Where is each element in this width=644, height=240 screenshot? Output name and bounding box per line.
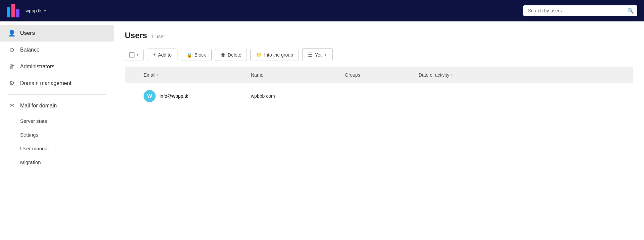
sidebar-item-migration-label: Migration <box>20 159 41 165</box>
sidebar-item-domain-management-label: Domain management <box>20 80 71 86</box>
toolbar: ▼ + Add to 🔒 Block 🗑 Delete 📁 Into the g… <box>125 48 633 61</box>
sidebar-item-balance[interactable]: ⊙ Balance <box>0 42 114 58</box>
trash-icon: 🗑 <box>221 52 225 58</box>
mail-icon: ✉ <box>8 102 15 109</box>
yet-label: Yet <box>315 52 322 58</box>
svg-rect-2 <box>16 9 19 17</box>
row-name-cell: wpbbb com <box>246 92 339 100</box>
sidebar-item-user-manual-label: User manual <box>20 146 49 151</box>
chevron-down-icon: ▼ <box>136 53 139 57</box>
row-name: wpbbb com <box>251 93 275 99</box>
main-layout: 👤 Users ⊙ Balance ♛ Administrators ⚙ Dom… <box>0 21 644 240</box>
lock-icon: 🔒 <box>186 52 192 58</box>
into-group-label: Into the group <box>264 52 293 58</box>
svg-rect-0 <box>7 7 10 17</box>
block-button[interactable]: 🔒 Block <box>181 49 212 61</box>
sidebar-item-users[interactable]: 👤 Users <box>0 25 114 42</box>
name-column-label: Name <box>251 72 263 78</box>
domain-selector[interactable]: wppp.tk ▼ <box>25 8 47 13</box>
email-column-label: Email <box>144 72 155 78</box>
logo-area <box>7 4 22 17</box>
svg-rect-1 <box>11 4 15 17</box>
groups-column-label: Groups <box>345 72 360 78</box>
search-icon-button[interactable]: 🔍 <box>627 8 634 14</box>
table-header-checkbox <box>125 71 138 79</box>
users-icon: 👤 <box>8 29 15 37</box>
date-column-label: Date of activity <box>419 72 449 78</box>
row-date-cell <box>413 95 633 97</box>
sidebar-item-settings[interactable]: Settings <box>0 128 114 142</box>
header: wppp.tk ▼ 🔍 <box>0 0 644 21</box>
user-count: 1 user <box>151 33 165 39</box>
avatar-letter: W <box>147 93 152 99</box>
page-title: Users <box>125 31 147 40</box>
balance-icon: ⊙ <box>8 46 15 54</box>
sidebar-item-users-label: Users <box>20 30 35 36</box>
delete-label: Delete <box>228 52 241 58</box>
chevron-down-icon: ▼ <box>43 9 47 13</box>
search-container: 🔍 <box>523 5 637 16</box>
sidebar-item-administrators[interactable]: ♛ Administrators <box>0 58 114 75</box>
row-checkbox-cell <box>125 95 138 97</box>
plus-icon: + <box>153 52 156 58</box>
domain-management-icon: ⚙ <box>8 80 15 87</box>
menu-icon: ☰ <box>308 52 313 58</box>
table-header-groups: Groups <box>339 71 413 79</box>
table-header-date-of-activity[interactable]: Date of activity ↕ <box>413 71 633 79</box>
sidebar-divider <box>8 94 106 95</box>
sidebar-item-administrators-label: Administrators <box>20 64 54 70</box>
sidebar-item-mail-for-domain[interactable]: ✉ Mail for domain <box>0 97 114 114</box>
add-to-button[interactable]: + Add to <box>147 49 177 61</box>
row-email: info@wppp.tk <box>160 93 188 99</box>
table-row: W info@wppp.tk wpbbb com <box>125 83 633 109</box>
content-area: Users 1 user ▼ + Add to 🔒 Block 🗑 Delete <box>114 21 644 240</box>
sidebar-item-balance-label: Balance <box>20 47 40 53</box>
sidebar-item-migration[interactable]: Migration <box>0 155 114 169</box>
table-header: Email ↕ Name Groups Date of activity ↕ <box>125 67 633 83</box>
sidebar-item-server-state-label: Server state <box>20 118 47 124</box>
select-all-button[interactable]: ▼ <box>125 49 144 61</box>
table-header-name: Name <box>246 71 339 79</box>
email-sort-icon: ↕ <box>157 73 158 77</box>
sidebar-item-mail-label: Mail for domain <box>20 103 57 109</box>
folder-icon: 📁 <box>256 52 262 58</box>
date-sort-icon: ↕ <box>451 73 452 77</box>
sidebar-item-server-state[interactable]: Server state <box>0 114 114 128</box>
delete-button[interactable]: 🗑 Delete <box>215 49 247 61</box>
table-header-email[interactable]: Email ↕ <box>138 71 246 79</box>
yet-chevron-down-icon: ▼ <box>324 53 327 57</box>
sidebar-item-user-manual[interactable]: User manual <box>0 142 114 155</box>
row-email-cell: W info@wppp.tk <box>138 89 246 103</box>
domain-name: wppp.tk <box>25 8 42 13</box>
avatar: W <box>144 90 156 102</box>
sidebar-item-domain-management[interactable]: ⚙ Domain management <box>0 75 114 92</box>
administrators-icon: ♛ <box>8 63 15 70</box>
search-input[interactable] <box>523 5 637 16</box>
row-groups-cell <box>339 95 413 97</box>
sidebar: 👤 Users ⊙ Balance ♛ Administrators ⚙ Dom… <box>0 21 114 240</box>
add-to-label: Add to <box>158 52 171 58</box>
sidebar-item-settings-label: Settings <box>20 132 38 138</box>
checkbox-icon <box>129 52 135 58</box>
mailru-logo <box>7 4 22 17</box>
yet-button[interactable]: ☰ Yet ▼ <box>302 48 333 61</box>
page-title-row: Users 1 user <box>125 31 633 40</box>
users-table: Email ↕ Name Groups Date of activity ↕ <box>125 67 633 109</box>
into-group-button[interactable]: 📁 Into the group <box>250 49 299 61</box>
block-label: Block <box>195 52 206 58</box>
